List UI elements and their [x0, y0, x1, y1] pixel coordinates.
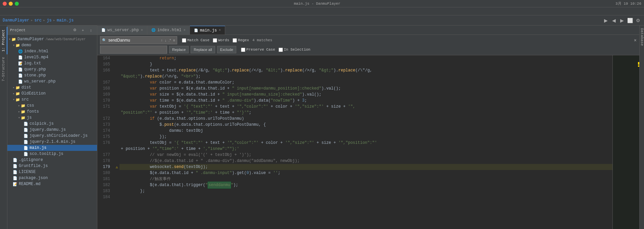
code-line-183: }; [119, 188, 612, 194]
tab-main-js[interactable]: 📄 main.js × [190, 26, 225, 35]
tab-ws-server[interactable]: 📄 ws_server.php × [97, 26, 147, 35]
code-line-178: //$(e.data.that.id + " .danmu-div").danm… [119, 158, 612, 164]
close-btn[interactable] [3, 2, 7, 6]
tree-gitignore[interactable]: 📄 .gitignore [7, 157, 97, 163]
find-filter-btn[interactable]: ≡ [172, 38, 176, 43]
tab-ws-close[interactable]: × [141, 28, 143, 32]
find-next-btn[interactable]: ↓ [164, 38, 167, 43]
code-line-176b: + position + '","time":' + time + ',"isn… [119, 146, 612, 152]
code-line-179: websocket.send(textObj); [119, 164, 612, 170]
sidebar-settings-btn[interactable]: ⚙ [71, 27, 78, 34]
tree-gruntfile[interactable]: 📄 Gruntfile.js [7, 163, 97, 169]
tab-html-close[interactable]: × [184, 28, 186, 32]
breadcrumb-src[interactable]: src [34, 18, 42, 23]
tree-license[interactable]: 📄 LICENSE [7, 169, 97, 175]
tree-index-html[interactable]: 🌐 index.html [7, 48, 97, 54]
tree-jquery-circle[interactable]: 📄 jquery.shCircleLoader.js [7, 133, 97, 139]
run-btn[interactable]: ▶ [602, 17, 609, 24]
forward-btn[interactable]: ▶ [618, 17, 625, 24]
find-row: 🔍 ↑ ↓ .* ≡ Match Case [100, 36, 637, 44]
replace-input[interactable] [100, 46, 167, 54]
editor-tabs: 📄 ws_server.php × 🌐 index.html × 📄 main.… [97, 25, 639, 35]
minimap [612, 55, 639, 229]
tab-php-icon: 📄 [101, 28, 105, 32]
maximize-btn[interactable] [15, 2, 19, 6]
words-option[interactable]: Words [213, 38, 229, 43]
tree-stone-php[interactable]: 📄 stone.php [7, 72, 97, 78]
tree-demo[interactable]: ▾ 📁 demo [7, 42, 97, 48]
replace-btn[interactable]: Replace [169, 46, 189, 53]
in-selection-option[interactable]: In Selection [279, 48, 310, 52]
code-line-167: var color = e.data.that.danmuColor; [119, 79, 612, 85]
warning-icon: ⚠ [116, 165, 118, 169]
tree-fonts[interactable]: ▸ 📁 fonts [7, 109, 97, 115]
tree-colpick[interactable]: 📄 colpick.js [7, 121, 97, 127]
tree-jquery-danmu[interactable]: 📄 jquery.danmu.js [7, 127, 97, 133]
find-regex-mode-btn[interactable]: .* [168, 38, 171, 43]
tree-root[interactable]: ▾ 📁 DanmuPlayer /www/web/DanmuPlayer [7, 36, 97, 42]
find-input-wrapper: 🔍 ↑ ↓ .* ≡ [100, 36, 177, 44]
code-line-180: $(e.data.that.id + " .danmu-input").get(… [119, 170, 612, 176]
tree-level5-mp4[interactable]: 📄 level5.mp4 [7, 54, 97, 60]
words-checkbox[interactable] [213, 38, 217, 43]
regex-option[interactable]: Regex [233, 38, 249, 43]
tab-index-html[interactable]: 🌐 index.html × [147, 26, 190, 35]
find-nav-actions: ↑ ↓ .* ≡ [160, 38, 176, 43]
preserve-case-option[interactable]: Preserve Case [241, 48, 275, 52]
regex-checkbox[interactable] [233, 38, 237, 43]
code-line-175: }); [119, 134, 612, 140]
sidebar-collapse-btn[interactable]: + [80, 27, 86, 34]
toolbar-actions: ▶ ◀ ▶ ⬜ ⚙ [602, 17, 641, 24]
db-sidebar[interactable]: Database [639, 25, 644, 229]
in-selection-checkbox[interactable] [279, 48, 283, 52]
tab-js-close[interactable]: × [219, 28, 221, 32]
back-btn[interactable]: ◀ [610, 17, 617, 24]
tree-src[interactable]: ▾ 📁 src [7, 97, 97, 103]
code-line-176a: textObj = '{ "text":"' + text + '","colo… [119, 140, 612, 146]
toolbar: DanmuPlayer ▸ src ▸ js ▸ main.js ▶ ◀ ▶ ⬜… [0, 15, 644, 25]
tree-readme[interactable]: 📝 README.md [7, 181, 97, 187]
tree-js[interactable]: ▾ 📁 js [7, 115, 97, 121]
side-tabs: 1: Project 7-Structure [0, 25, 7, 229]
preserve-case-checkbox[interactable] [241, 48, 245, 52]
tree-css[interactable]: ▸ 📁 css [7, 103, 97, 109]
match-case-option[interactable]: Match Case [182, 38, 209, 43]
breadcrumb-file[interactable]: main.js [57, 18, 73, 23]
tree-log-txt[interactable]: 📝 log.txt [7, 60, 97, 66]
tree-jquery-min[interactable]: 📄 jquery-2.1.4.min.js [7, 139, 97, 145]
matches-count: 4 matches [252, 38, 272, 42]
code-line-170: var time = $(e.data.that.id + " .danmu-d… [119, 98, 612, 104]
sidebar-header-actions: ⚙ + ↕ [71, 27, 94, 34]
tree-dist[interactable]: ▸ 📁 dist [7, 84, 97, 91]
exclude-btn[interactable]: Exclude [217, 46, 236, 53]
tab-project[interactable]: 1: Project [0, 27, 7, 54]
breadcrumb-js[interactable]: js [47, 18, 51, 23]
tree-query-php[interactable]: 📄 query.php [7, 66, 97, 72]
code-content[interactable]: return; } text = text.replace(/&/g, "&gt… [119, 55, 612, 229]
breadcrumb-root[interactable]: DanmuPlayer [3, 18, 29, 23]
sidebar-sync-btn[interactable]: ↕ [88, 27, 94, 34]
breadcrumb: DanmuPlayer ▸ src ▸ js ▸ main.js [3, 18, 73, 23]
code-line-173: $.post(e.data.that.options.urlToPostDanm… [119, 122, 612, 128]
sidebar-header: Project ⚙ + ↕ [7, 25, 97, 35]
search-icon: 🔍 [102, 38, 107, 43]
tree-oldedition[interactable]: ▸ 📁 OldEdition [7, 91, 97, 97]
match-case-checkbox[interactable] [182, 38, 186, 43]
find-close-btn[interactable]: × [634, 38, 637, 43]
main-layout: 1: Project 7-Structure Project ⚙ + ↕ ▾ 📁… [0, 25, 644, 229]
menu-bar [0, 7, 644, 15]
replace-all-btn[interactable]: Replace all [191, 46, 215, 53]
db-label[interactable]: Database [640, 28, 644, 46]
settings-btn[interactable]: ⚙ [635, 17, 641, 24]
tree-sco-tooltip[interactable]: 📄 sco.tooltip.js [7, 151, 97, 157]
tab-js-icon: 📄 [194, 28, 198, 33]
replace-options: Preserve Case In Selection [241, 48, 310, 52]
tree-ws-server-php[interactable]: 📄 ws_server.php [7, 78, 97, 84]
tree-main-js[interactable]: 📄 main.js [7, 145, 97, 151]
code-line-174: danmu: textObj [119, 128, 612, 134]
tree-package-json[interactable]: 📄 package.json [7, 175, 97, 181]
find-prev-btn[interactable]: ↑ [160, 38, 163, 43]
bookmark-btn[interactable]: ⬜ [627, 17, 633, 24]
minimize-btn[interactable] [9, 2, 13, 6]
tab-structure[interactable]: 7-Structure [0, 54, 7, 84]
